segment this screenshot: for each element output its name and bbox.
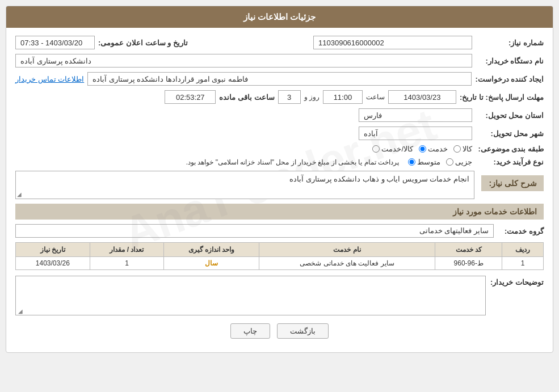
remaining-value: 02:53:27 (165, 90, 216, 104)
province-label: استان محل تحویل: (476, 111, 544, 120)
category-option-khedmat[interactable]: خدمت (419, 145, 448, 153)
services-table: ردیف کد خدمت نام خدمت واحد اندازه گیری ت… (15, 242, 544, 270)
col-service-name: نام خدمت (259, 243, 435, 257)
process-option-jozi[interactable]: جزیی (446, 158, 472, 166)
province-text: فارس (364, 111, 382, 120)
table-row: 1ط-96-960سایر فعالیت های خدماتی شخصیسال1… (16, 257, 544, 270)
service-group-row: گروه خدمت: سایر فعالیتهای خدماتی (15, 224, 544, 238)
need-desc-box: انجام خدمات سرویس ایاب و ذهاب دانشکده پر… (15, 171, 474, 199)
need-desc-text: انجام خدمات سرویس ایاب و ذهاب دانشکده پر… (289, 175, 469, 183)
buyer-notes-box: ◢ (15, 276, 486, 315)
response-days-text: 3 (287, 93, 291, 102)
requester-row: ایجاد کننده درخواست: فاطمه نبوی امور قرا… (15, 72, 544, 86)
resize-handle-notes: ◢ (17, 308, 23, 314)
remaining-text: 02:53:27 (176, 93, 205, 102)
response-days-label: روز و (304, 93, 320, 101)
back-button[interactable]: بازگشت (277, 323, 329, 339)
header-title: جزئیات اطلاعات نیاز (243, 12, 316, 22)
need-number-label: شماره نیاز: (476, 39, 544, 47)
response-deadline-label: مهلت ارسال پاسخ: تا تاریخ: (460, 93, 544, 102)
service-group-value: سایر فعالیتهای خدماتی (15, 224, 494, 238)
category-option-kala-khedmat[interactable]: کالا/خدمت (372, 145, 413, 153)
category-kala-radio[interactable] (453, 145, 461, 153)
response-time-label: ساعت (366, 93, 385, 101)
response-deadline-row: مهلت ارسال پاسخ: تا تاریخ: 1403/03/23 سا… (15, 90, 544, 104)
col-row-num: ردیف (502, 243, 544, 257)
need-desc-label: شرح کلی نیاز: (489, 179, 537, 188)
category-label: طبقه بندی موضوعی: (476, 145, 544, 153)
unit-text: سال (205, 259, 218, 267)
buyer-org-text: دانشکده پرستاری آباده (20, 57, 91, 65)
services-info-section-header: اطلاعات خدمات مورد نیاز (15, 204, 544, 220)
buyer-org-label: نام دستگاه خریدار: (476, 57, 544, 65)
buttons-row: بازگشت چاپ (15, 323, 544, 344)
cell-row-num: 1 (502, 257, 544, 270)
city-label: شهر محل تحویل: (476, 129, 544, 138)
buyer-org-row: نام دستگاه خریدار: دانشکده پرستاری آباده (15, 54, 544, 68)
process-radio-group: جزیی متوسط (408, 158, 472, 166)
category-khedmat-radio[interactable] (419, 145, 426, 153)
announce-dt-text: 1403/03/20 - 07:33 (20, 39, 82, 47)
service-group-label: گروه خدمت: (498, 227, 544, 235)
province-value: فارس (359, 108, 472, 122)
city-text: آباده (364, 129, 378, 138)
col-need-date: تاریخ نیاز (16, 243, 90, 257)
response-time-text: 11:00 (334, 93, 352, 102)
need-number-row: شماره نیاز: 1103090616000002 تاریخ و ساع… (15, 36, 544, 49)
requester-label: ایجاد کننده درخواست: (475, 75, 544, 83)
resize-handle-need: ◢ (17, 191, 22, 197)
category-kala-khedmat-radio[interactable] (372, 145, 380, 153)
category-kala-label: کالا (463, 145, 472, 153)
response-date-text: 1403/03/23 (404, 93, 440, 102)
buyer-org-value: دانشکده پرستاری آباده (15, 54, 472, 68)
category-khedmat-label: خدمت (428, 145, 448, 153)
province-row: استان محل تحویل: فارس (15, 108, 544, 122)
city-value: آباده (359, 127, 472, 140)
response-days-box: 3 (278, 90, 301, 104)
response-time-box: 11:00 (323, 90, 363, 104)
buyer-notes-label: توضیحات خریدار: (490, 276, 544, 286)
process-option-motavasset[interactable]: متوسط (408, 158, 440, 166)
city-row: شهر محل تحویل: آباده (15, 127, 544, 140)
process-jozi-radio[interactable] (446, 158, 453, 166)
cell-unit: سال (164, 257, 259, 270)
need-desc-section-row: شرح کلی نیاز: انجام خدمات سرویس ایاب و ذ… (15, 171, 544, 199)
table-header-row: ردیف کد خدمت نام خدمت واحد اندازه گیری ت… (16, 243, 544, 257)
service-group-text: سایر فعالیتهای خدماتی (419, 226, 489, 235)
need-number-text: 1103090616000002 (318, 39, 384, 47)
category-kala-khedmat-label: کالا/خدمت (381, 145, 413, 153)
cell-quantity: 1 (90, 257, 164, 270)
process-label: نوع فرآیند خرید: (476, 158, 544, 166)
print-button[interactable]: چاپ (230, 323, 270, 339)
cell-service-code: ط-96-960 (435, 257, 502, 270)
need-desc-section-label: شرح کلی نیاز: (481, 175, 544, 191)
contact-link[interactable]: اطلاعات تماس خریدار (15, 75, 84, 83)
announce-datetime-value: 1403/03/20 - 07:33 (15, 36, 95, 49)
requester-value: فاطمه نبوی امور قراردادها دانشکده پرستار… (87, 72, 472, 86)
buyer-notes-section: توضیحات خریدار: ◢ (15, 276, 544, 315)
services-info-text: اطلاعات خدمات مورد نیاز (453, 207, 537, 216)
remaining-label: ساعت باقی مانده (219, 93, 274, 102)
announce-label: تاریخ و ساعت اعلان عمومی: (98, 39, 188, 47)
category-option-kala[interactable]: کالا (453, 145, 472, 153)
col-quantity: تعداد / مقدار (90, 243, 164, 257)
col-service-code: کد خدمت (435, 243, 502, 257)
category-row: طبقه بندی موضوعی: کالا خدمت کالا/خدمت (15, 145, 544, 153)
cell-need-date: 1403/03/26 (16, 257, 90, 270)
process-note: پرداخت تمام یا بخشی از مبلغ خریدار از مح… (186, 158, 399, 166)
process-jozi-label: جزیی (455, 158, 472, 166)
response-date-box: 1403/03/23 (388, 90, 456, 104)
process-motavasset-radio[interactable] (408, 158, 415, 166)
need-number-value: 1103090616000002 (313, 36, 472, 49)
cell-service-name: سایر فعالیت های خدماتی شخصی (259, 257, 435, 270)
page-title: جزئیات اطلاعات نیاز (6, 6, 553, 28)
col-unit: واحد اندازه گیری (164, 243, 259, 257)
process-motavasset-label: متوسط (417, 158, 440, 166)
requester-text: فاطمه نبوی امور قراردادها دانشکده پرستار… (93, 75, 248, 83)
category-radio-group: کالا خدمت کالا/خدمت (372, 145, 472, 153)
process-row: نوع فرآیند خرید: جزیی متوسط پرداخت تمام … (15, 158, 544, 166)
